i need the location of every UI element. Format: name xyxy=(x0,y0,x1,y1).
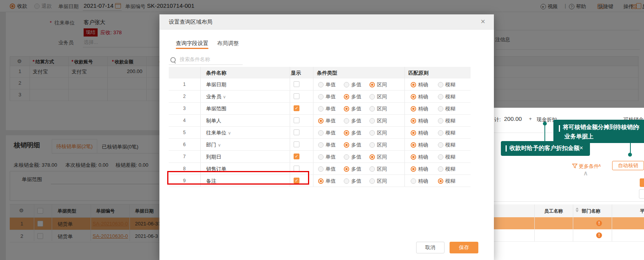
row-number: 9 xyxy=(169,178,200,183)
show-checkbox[interactable]: ✓ xyxy=(294,154,299,159)
show-checkbox[interactable]: ✓ xyxy=(294,178,299,183)
row-number: 2 xyxy=(169,94,200,99)
condition-row: 5往来单位∨单值多值区间精确模糊 xyxy=(169,127,471,139)
condition-row: 3单据范围✓单值多值区间精确模糊 xyxy=(169,103,471,115)
match-option-radio[interactable]: 精确 xyxy=(411,166,428,173)
condition-name: 销售订单 xyxy=(206,166,226,173)
condition-name: 往来单位∨ xyxy=(206,129,231,136)
condition-row: 6部门∨单值多值区间精确模糊 xyxy=(169,139,471,151)
type-option-radio[interactable]: 区间 xyxy=(369,178,387,185)
show-checkbox[interactable] xyxy=(294,141,299,147)
right-panel: 计: 200.00 + 现金折扣 可核销金额 更多条件 ∧ 自动核销 ∧ 员工名… xyxy=(493,108,644,260)
condition-table-header: 条件名称 显示 条件类型 匹配原则 xyxy=(169,67,471,79)
type-option-radio[interactable]: 多值 xyxy=(344,154,361,161)
type-option-radio[interactable]: 单值 xyxy=(318,129,336,136)
doc-row-right[interactable]: ! xyxy=(493,229,644,242)
match-option-radio[interactable]: 模糊 xyxy=(438,166,455,173)
match-option-radio[interactable]: 精确 xyxy=(411,81,428,88)
condition-name: 单据日期 xyxy=(206,81,226,88)
match-option-radio[interactable]: 精确 xyxy=(411,129,428,136)
type-option-radio[interactable]: 区间 xyxy=(369,129,387,136)
col-employee: 员工名称 xyxy=(534,208,573,215)
total-value: 200.00 xyxy=(504,115,522,122)
match-option-radio[interactable]: 模糊 xyxy=(438,105,455,112)
tab-query-fields[interactable]: 查询字段设置 xyxy=(176,40,208,47)
clipped-primary-button[interactable] xyxy=(640,178,644,187)
condition-name: 业务员∨ xyxy=(206,93,226,100)
type-option-radio[interactable]: 多值 xyxy=(344,141,361,148)
more-conditions-link[interactable]: 更多条件 xyxy=(579,163,599,170)
type-option-radio[interactable]: 单值 xyxy=(318,81,336,88)
type-option-radio[interactable]: 单值 xyxy=(318,178,336,185)
type-option-radio[interactable]: 多值 xyxy=(344,93,361,100)
show-checkbox[interactable] xyxy=(294,129,299,135)
col-clipped: 平 xyxy=(640,208,644,215)
match-option-radio[interactable]: 模糊 xyxy=(438,117,455,124)
type-option-radio[interactable]: 区间 xyxy=(369,81,387,88)
caret-down-icon[interactable]: ∨ xyxy=(223,94,226,99)
match-option-radio[interactable]: 模糊 xyxy=(438,141,455,148)
type-option-radio[interactable]: 区间 xyxy=(369,141,387,148)
type-option-radio[interactable]: 多值 xyxy=(344,81,361,88)
type-option-radio[interactable]: 区间 xyxy=(369,154,387,161)
show-checkbox[interactable] xyxy=(294,81,299,87)
type-option-radio[interactable]: 区间 xyxy=(369,117,387,124)
match-option-radio[interactable]: 模糊 xyxy=(438,81,455,88)
dialog-title: 设置查询区域布局 xyxy=(169,19,212,26)
match-option-radio[interactable]: 模糊 xyxy=(438,178,455,185)
row-number: 6 xyxy=(169,142,200,147)
show-checkbox[interactable] xyxy=(294,117,299,123)
condition-row: 9备注✓单值多值区间精确模糊 xyxy=(169,175,471,187)
close-icon[interactable]: × xyxy=(481,17,485,26)
caret-down-icon[interactable]: ∨ xyxy=(218,143,221,147)
type-option-radio[interactable]: 区间 xyxy=(369,105,387,112)
col-condition-name: 条件名称 xyxy=(206,70,226,77)
col-match-rule: 匹配原则 xyxy=(408,70,429,77)
match-option-radio[interactable]: 精确 xyxy=(411,178,428,185)
doc-row-right[interactable]: ! xyxy=(493,217,644,230)
match-option-radio[interactable]: 精确 xyxy=(411,154,428,161)
type-option-radio[interactable]: 单值 xyxy=(318,154,336,161)
type-option-radio[interactable]: 单值 xyxy=(318,166,336,173)
condition-row: 2业务员∨单值多值区间精确模糊 xyxy=(169,91,471,103)
type-option-radio[interactable]: 多值 xyxy=(344,178,361,185)
show-checkbox[interactable] xyxy=(294,93,299,99)
clipped-secondary-button[interactable] xyxy=(639,189,644,199)
condition-table: 条件名称 显示 条件类型 匹配原则 1单据日期单值多值区间精确模糊2业务员∨单值… xyxy=(169,67,471,187)
row-number: 3 xyxy=(169,106,200,111)
cancel-button[interactable]: 取消 xyxy=(416,242,444,253)
type-option-radio[interactable]: 区间 xyxy=(369,166,387,173)
row-number: 8 xyxy=(169,166,200,171)
type-option-radio[interactable]: 单值 xyxy=(318,117,336,124)
caret-down-icon[interactable]: ∨ xyxy=(228,131,231,135)
caret-up-icon: ∧ xyxy=(598,163,601,168)
type-option-radio[interactable]: 多值 xyxy=(344,129,361,136)
match-option-radio[interactable]: 模糊 xyxy=(438,154,455,161)
row-number: 7 xyxy=(169,154,200,159)
condition-row: 7到期日✓单值多值区间精确模糊 xyxy=(169,151,471,163)
show-checkbox[interactable]: ✓ xyxy=(294,105,299,111)
auto-verify-button[interactable]: 自动核销 xyxy=(612,161,644,170)
tab-layout-adjust[interactable]: 布局调整 xyxy=(217,40,239,47)
type-option-radio[interactable]: 单值 xyxy=(318,105,336,112)
match-option-radio[interactable]: 精确 xyxy=(411,141,428,148)
type-option-radio[interactable]: 单值 xyxy=(318,93,336,100)
sort-icon[interactable] xyxy=(576,208,579,212)
show-checkbox[interactable] xyxy=(294,166,299,171)
type-option-radio[interactable]: 单值 xyxy=(318,141,336,148)
match-option-radio[interactable]: 模糊 xyxy=(438,93,455,100)
type-option-radio[interactable]: 多值 xyxy=(344,166,361,173)
match-option-radio[interactable]: 精确 xyxy=(411,117,428,124)
condition-name: 制单人 xyxy=(206,117,221,124)
save-button[interactable]: 保存 xyxy=(450,242,478,253)
match-option-radio[interactable]: 精确 xyxy=(411,105,428,112)
cash-discount-label: 现金折扣 xyxy=(537,116,557,123)
search-input[interactable]: 搜索条件名称 xyxy=(180,56,210,63)
match-option-radio[interactable]: 精确 xyxy=(411,93,428,100)
type-option-radio[interactable]: 多值 xyxy=(344,117,361,124)
col-show: 显示 xyxy=(291,70,301,77)
match-option-radio[interactable]: 模糊 xyxy=(438,129,455,136)
condition-row: 1单据日期单值多值区间精确模糊 xyxy=(169,79,471,91)
type-option-radio[interactable]: 多值 xyxy=(344,105,361,112)
type-option-radio[interactable]: 区间 xyxy=(369,93,387,100)
